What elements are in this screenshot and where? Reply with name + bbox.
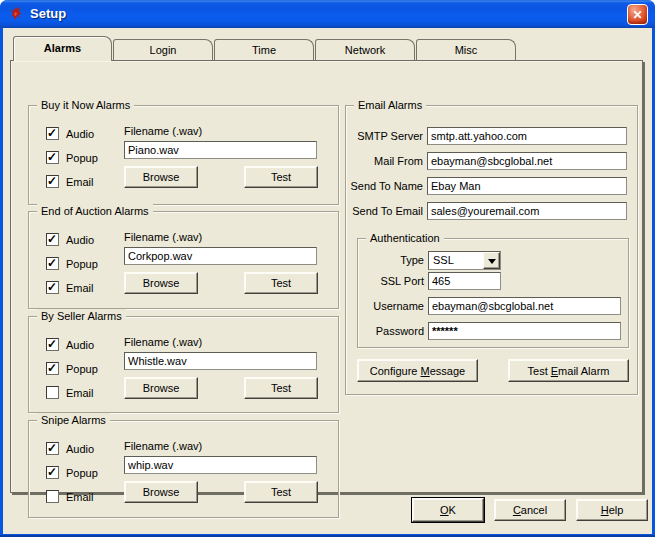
help-button[interactable]: Help	[576, 499, 648, 521]
setup-window: Setup ✕ Alarms Login Time Network Misc B…	[0, 0, 655, 537]
email-checkbox[interactable]	[46, 490, 59, 503]
smtp-server-input[interactable]	[427, 127, 627, 145]
popup-checkbox[interactable]	[46, 362, 59, 375]
email-checkbox[interactable]	[46, 175, 59, 188]
configure-message-button[interactable]: Configure Message	[357, 359, 478, 382]
auth-type-value: SSL	[433, 254, 454, 266]
email-alarms-group: Email Alarms SMTP Server Mail From Send …	[345, 105, 638, 395]
popup-checkbox[interactable]	[46, 257, 59, 270]
buy-it-now-alarms-group: Buy it Now Alarms Audio Popup Email File…	[28, 105, 339, 205]
ok-button[interactable]: OK	[412, 498, 484, 522]
audio-label: Audio	[66, 338, 94, 352]
audio-checkbox[interactable]	[46, 127, 59, 140]
browse-button[interactable]: Browse	[124, 272, 198, 294]
mail-from-label: Mail From	[346, 155, 423, 168]
smtp-server-label: SMTP Server	[346, 130, 423, 143]
browse-button[interactable]: Browse	[124, 377, 198, 399]
send-to-email-label: Send To Email	[346, 205, 423, 218]
type-label: Type	[362, 254, 424, 267]
end-of-auction-alarms-group: End of Auction Alarms Audio Popup Email …	[28, 211, 339, 309]
browse-button[interactable]: Browse	[124, 166, 198, 188]
email-label: Email	[66, 281, 94, 295]
filename-label: Filename (.wav)	[124, 124, 202, 138]
filename-label: Filename (.wav)	[124, 335, 202, 349]
password-label: Password	[362, 325, 424, 338]
button-label: essage	[430, 365, 465, 377]
group-title: Snipe Alarms	[37, 413, 110, 427]
email-label: Email	[66, 386, 94, 400]
filename-label: Filename (.wav)	[124, 439, 202, 453]
tab-time[interactable]: Time	[214, 39, 314, 60]
filename-input[interactable]	[124, 141, 317, 159]
accelerator: C	[513, 504, 521, 516]
filename-input[interactable]	[124, 247, 317, 265]
button-label: elp	[609, 504, 624, 516]
dialog-body: Alarms Login Time Network Misc Buy it No…	[3, 28, 652, 534]
mail-from-input[interactable]	[427, 152, 627, 170]
group-title: Email Alarms	[354, 98, 426, 112]
ssl-port-input[interactable]	[428, 272, 501, 290]
tab-network[interactable]: Network	[315, 39, 415, 60]
tab-misc[interactable]: Misc	[416, 39, 516, 60]
title-bar[interactable]: Setup ✕	[0, 0, 655, 28]
popup-label: Popup	[66, 466, 98, 480]
accelerator: E	[551, 365, 558, 377]
group-title: Authentication	[366, 231, 444, 245]
filename-label: Filename (.wav)	[124, 230, 202, 244]
test-button[interactable]: Test	[244, 166, 318, 188]
accelerator: H	[601, 504, 609, 516]
audio-checkbox[interactable]	[46, 233, 59, 246]
audio-checkbox[interactable]	[46, 442, 59, 455]
close-button[interactable]: ✕	[627, 4, 648, 25]
chevron-down-icon	[488, 259, 496, 264]
popup-label: Popup	[66, 362, 98, 376]
email-checkbox[interactable]	[46, 386, 59, 399]
filename-input[interactable]	[124, 352, 317, 370]
button-label: K	[449, 504, 456, 516]
test-button[interactable]: Test	[244, 377, 318, 399]
tab-login[interactable]: Login	[113, 39, 213, 60]
tab-alarms[interactable]: Alarms	[13, 36, 112, 61]
password-input[interactable]	[428, 322, 621, 340]
send-to-name-label: Send To Name	[346, 180, 423, 193]
username-input[interactable]	[428, 297, 621, 315]
email-label: Email	[66, 490, 94, 504]
by-seller-alarms-group: By Seller Alarms Audio Popup Email Filen…	[28, 316, 339, 413]
email-label: Email	[66, 175, 94, 189]
send-to-email-input[interactable]	[427, 202, 627, 220]
group-title: By Seller Alarms	[37, 309, 126, 323]
ssl-port-label: SSL Port	[362, 275, 424, 288]
button-label: Test	[528, 365, 551, 377]
group-title: End of Auction Alarms	[37, 204, 153, 218]
popup-checkbox[interactable]	[46, 151, 59, 164]
test-button[interactable]: Test	[244, 481, 318, 503]
group-title: Buy it Now Alarms	[37, 98, 134, 112]
dropdown-button[interactable]	[483, 252, 500, 269]
audio-checkbox[interactable]	[46, 338, 59, 351]
app-icon	[8, 6, 24, 22]
button-label: ancel	[521, 504, 547, 516]
username-label: Username	[362, 300, 424, 313]
browse-button[interactable]: Browse	[124, 481, 198, 503]
audio-label: Audio	[66, 233, 94, 247]
accelerator: O	[440, 504, 449, 516]
alarms-tab-page: Buy it Now Alarms Audio Popup Email File…	[10, 60, 643, 493]
audio-label: Audio	[66, 442, 94, 456]
email-checkbox[interactable]	[46, 281, 59, 294]
window-title: Setup	[30, 6, 66, 21]
accelerator: M	[421, 365, 430, 377]
authentication-group: Authentication Type SSL SSL Port Usernam…	[357, 238, 629, 348]
snipe-alarms-group: Snipe Alarms Audio Popup Email Filename …	[28, 420, 339, 518]
button-label: mail Alarm	[558, 365, 609, 377]
popup-label: Popup	[66, 151, 98, 165]
cancel-button[interactable]: Cancel	[494, 499, 566, 521]
test-button[interactable]: Test	[244, 272, 318, 294]
popup-label: Popup	[66, 257, 98, 271]
button-label: Configure	[370, 365, 421, 377]
auth-type-select[interactable]: SSL	[428, 251, 501, 270]
send-to-name-input[interactable]	[427, 177, 627, 195]
filename-input[interactable]	[124, 456, 317, 474]
popup-checkbox[interactable]	[46, 466, 59, 479]
test-email-alarm-button[interactable]: Test Email Alarm	[508, 359, 629, 382]
audio-label: Audio	[66, 127, 94, 141]
